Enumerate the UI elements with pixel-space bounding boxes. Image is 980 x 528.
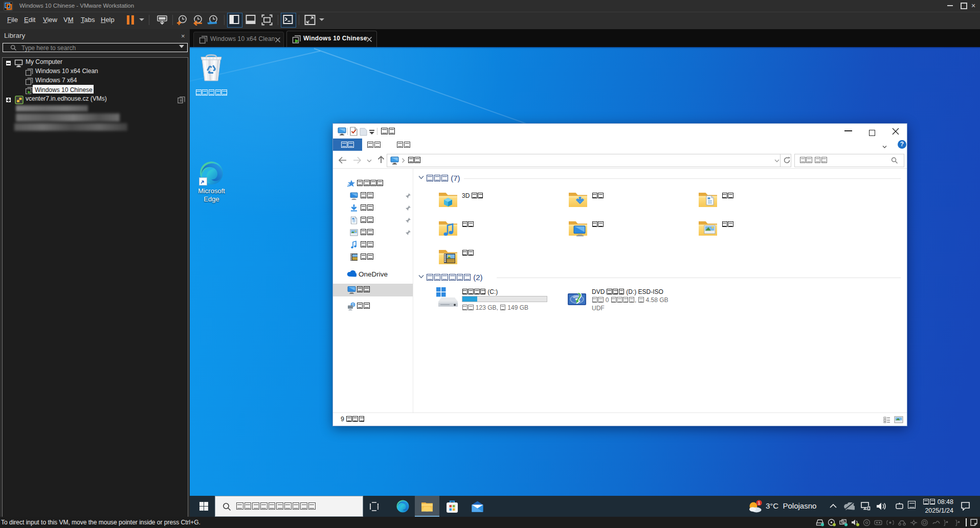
svg-text:1: 1 — [758, 500, 760, 506]
